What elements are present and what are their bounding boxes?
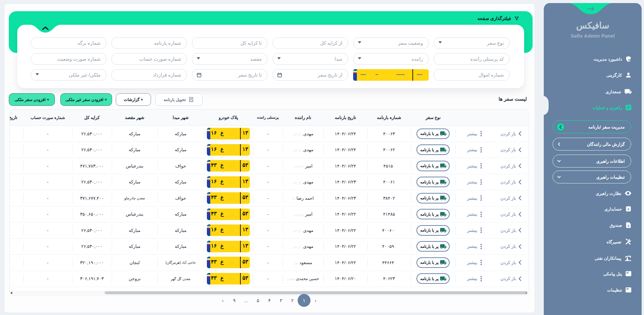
- svg-text:$: $: [627, 207, 629, 211]
- svg-text:$: $: [628, 224, 629, 228]
